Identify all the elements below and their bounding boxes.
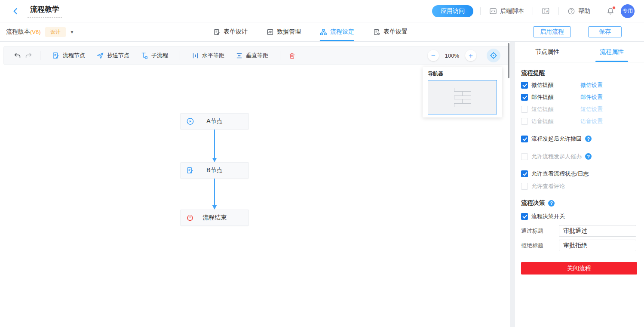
redo-button[interactable] xyxy=(23,50,34,61)
form-gear-icon xyxy=(373,28,380,36)
vertical-spacing-icon xyxy=(236,52,243,59)
tab-form-design[interactable]: 表单设计 xyxy=(213,22,248,41)
subflow-label: 子流程 xyxy=(151,52,168,59)
divider xyxy=(558,7,559,15)
email-settings-link[interactable]: 邮件设置 xyxy=(580,93,603,101)
tab-label: 表单设计 xyxy=(224,28,248,36)
tab-label: 流程设定 xyxy=(330,28,354,36)
add-flow-node-button[interactable]: 流程节点 xyxy=(52,52,85,59)
tab-node-properties[interactable]: 节点属性 xyxy=(515,42,580,62)
notification-badge xyxy=(612,6,616,9)
wechat-settings-link[interactable]: 微信设置 xyxy=(580,81,603,89)
allow-withdraw-checkbox[interactable] xyxy=(521,136,528,142)
data-chart-icon xyxy=(267,28,274,36)
minimap-node xyxy=(454,96,471,99)
help-label: 帮助 xyxy=(578,7,590,15)
paper-plane-icon xyxy=(96,52,104,59)
flow-node-end[interactable]: 流程结束 xyxy=(180,210,249,226)
delete-node-button[interactable] xyxy=(286,50,297,61)
reminder-row-voice: 语音提醒 语音设置 xyxy=(521,117,638,125)
divider xyxy=(180,51,180,60)
option-label: 流程决策开关 xyxy=(531,213,565,220)
tab-flow-settings[interactable]: 流程设定 xyxy=(320,22,354,41)
option-row-view-status: 允许查看流程状态/日志 xyxy=(521,170,638,178)
back-button[interactable] xyxy=(9,5,21,17)
add-cc-node-button[interactable]: 抄送节点 xyxy=(96,52,129,59)
back-chevron-icon xyxy=(12,7,19,15)
crosshair-icon xyxy=(489,51,498,60)
decision-title-text: 流程决策 xyxy=(521,199,545,207)
redo-icon xyxy=(25,52,33,60)
allow-urge-checkbox[interactable] xyxy=(521,153,528,160)
flow-connector-arrow xyxy=(211,130,218,162)
navigator-minimap[interactable] xyxy=(428,80,497,114)
help-question-icon[interactable]: ? xyxy=(548,200,555,207)
navigator-toggle-button[interactable] xyxy=(487,49,500,62)
tab-label: 节点属性 xyxy=(535,48,559,56)
flow-node-label: 流程节点 xyxy=(63,52,85,59)
horizontal-spacing-button[interactable]: 水平等距 xyxy=(192,52,224,59)
help-button[interactable]: 帮助 xyxy=(566,7,592,15)
avatar[interactable]: 专用 xyxy=(621,4,635,18)
vertical-spacing-button[interactable]: 垂直等距 xyxy=(236,52,268,59)
notifications-button[interactable] xyxy=(606,7,615,15)
backend-script-label: 后端脚本 xyxy=(500,7,524,15)
navigator-panel: 导航器 xyxy=(423,67,502,117)
node-label: 流程结束 xyxy=(202,214,227,222)
voice-reminder-checkbox[interactable] xyxy=(521,118,528,125)
canvas-scrollbar[interactable] xyxy=(508,43,509,78)
undo-button[interactable] xyxy=(12,50,23,61)
reject-title-input[interactable] xyxy=(559,240,636,251)
view-comments-checkbox[interactable] xyxy=(521,183,528,190)
wechat-reminder-checkbox[interactable] xyxy=(521,82,528,89)
reminder-label: 邮件提醒 xyxy=(531,93,580,101)
tab-form-settings[interactable]: 表单设置 xyxy=(373,22,408,41)
add-subflow-button[interactable]: 子流程 xyxy=(141,52,168,59)
backend-script-button[interactable]: 后端脚本 xyxy=(488,7,526,15)
option-label: 允许流程发起人催办 xyxy=(531,153,582,160)
help-question-icon[interactable]: ? xyxy=(585,153,592,160)
decision-section-title: 流程决策 ? xyxy=(521,199,638,207)
flow-node-a[interactable]: A节点 xyxy=(180,113,249,130)
approve-title-input[interactable] xyxy=(559,225,636,237)
option-row-decision-toggle: 流程决策开关 xyxy=(521,212,638,220)
translate-icon: A xyxy=(542,7,550,15)
flow-node-b[interactable]: B节点 xyxy=(180,162,249,179)
flow-canvas[interactable]: 流程节点 抄送节点 子流程 水平等距 xyxy=(0,42,510,327)
close-flow-button[interactable]: 关闭流程 xyxy=(521,262,637,275)
reminder-row-sms: 短信提醒 短信设置 xyxy=(521,105,638,113)
version-label: 流程版本 xyxy=(6,28,30,36)
reminder-row-email: 邮件提醒 邮件设置 xyxy=(521,93,638,101)
voice-settings-link[interactable]: 语音设置 xyxy=(580,117,603,125)
sms-reminder-checkbox[interactable] xyxy=(521,106,528,113)
version-dropdown[interactable]: ▼ xyxy=(70,30,74,34)
zoom-in-button[interactable]: + xyxy=(465,50,476,61)
cc-node-label: 抄送节点 xyxy=(107,52,129,59)
decision-toggle-checkbox[interactable] xyxy=(521,213,528,220)
app-access-button[interactable]: 应用访问 xyxy=(432,5,473,17)
enable-flow-button[interactable]: 启用流程 xyxy=(533,26,571,37)
version-number: (V6) xyxy=(30,29,41,35)
zoom-out-button[interactable]: − xyxy=(428,50,439,61)
svg-text:A: A xyxy=(546,9,549,13)
page-title: 流程教学 xyxy=(28,4,62,18)
help-question-icon[interactable]: ? xyxy=(585,136,592,142)
email-reminder-checkbox[interactable] xyxy=(521,94,528,101)
divider xyxy=(533,7,533,15)
divider xyxy=(480,7,481,15)
properties-panel: 节点属性 流程属性 流程提醒 微信提醒 微信设置 邮件提醒 邮件设置 短信提醒 … xyxy=(515,42,644,327)
sms-settings-link[interactable]: 短信设置 xyxy=(580,105,603,113)
form-edit-icon xyxy=(186,167,194,174)
tab-flow-properties[interactable]: 流程属性 xyxy=(580,42,644,62)
minimap-node xyxy=(454,103,471,107)
navigator-title: 导航器 xyxy=(428,70,497,77)
reject-title-field-row: 拒绝标题 xyxy=(521,240,638,251)
save-button[interactable]: 保存 xyxy=(588,26,622,37)
flow-node-icon xyxy=(52,52,60,59)
tab-label: 流程属性 xyxy=(600,48,624,56)
sub-header: 流程版本 (V6) 设计 ▼ 表单设计 数据管理 流程设定 表单设置 xyxy=(0,22,644,42)
view-status-checkbox[interactable] xyxy=(521,170,528,177)
node-label: A节点 xyxy=(206,117,222,125)
tab-data-management[interactable]: 数据管理 xyxy=(267,22,301,41)
translate-button[interactable]: A xyxy=(540,7,552,15)
